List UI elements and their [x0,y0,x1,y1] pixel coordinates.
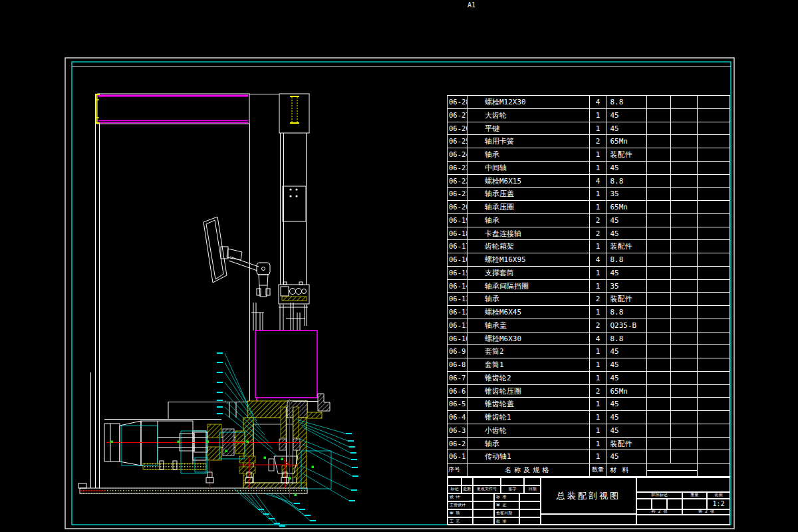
cell-empty [671,424,698,437]
cell-seq: 06-21 [448,188,467,200]
cell-empty [671,358,698,371]
cell-empty [647,280,671,293]
cell-seq: 06-4 [448,411,467,424]
cell-empty [698,240,730,253]
cell-empty [647,398,671,410]
table-row: 06-15支撑套筒145 [448,267,730,280]
cell-seq: 06-16 [448,253,467,266]
title-block-sign_rows-3-left: 工 艺 [448,517,473,526]
cell-name: 螺栓M12X30 [467,96,590,108]
cell-qty: 2 [590,319,607,332]
cell-empty [671,122,698,135]
cell-name: 套筒1 [467,358,590,371]
cell-material: 装配件 [606,148,647,161]
cell-name: 螺栓M16X95 [467,253,590,266]
table-row: 06-2轴承1装配件 [448,438,730,451]
table-row: 06-6锥齿轮压圈265Mn [448,385,730,398]
title-block-revision_row-0: 标记 [448,485,462,493]
cell-empty [647,411,671,424]
cell-qty: 2 [590,227,607,240]
cell-seq: 06-5 [448,398,467,410]
cell-material: 45 [606,109,647,122]
cell-material: 35 [606,188,647,200]
cell-name: 轴承 [467,293,590,305]
cell-empty [647,319,671,332]
cell-empty [647,424,671,437]
cell-empty [671,96,698,108]
table-row: 06-14轴承间隔挡圈135 [448,280,730,293]
cell-empty [647,227,671,240]
cell-qty: 4 [590,253,607,266]
cell-name: 支撑套筒 [467,267,590,279]
cell-qty: 1 [590,267,607,279]
title-block-cell [636,477,730,492]
title-block-sign_rows-3-mid: 批 准 [494,517,519,526]
cell-material: 45 [606,372,647,384]
title-block-sign_rows-2-left: 审 核 [448,509,473,517]
header-seq: 序号 [448,464,467,477]
cell-empty [647,122,671,135]
cell-empty [647,148,671,161]
cell-seq: 06-2 [448,438,467,450]
cell-empty [647,385,671,398]
table-row: 06-12螺栓M6X4518.8 [448,306,730,319]
cell-name: 套筒2 [467,345,590,358]
table-row: 06-1传动轴1145 [448,450,730,464]
cell-qty: 2 [590,293,607,305]
cell-empty [647,293,671,305]
cell-seq: 06-24 [448,148,467,161]
cell-qty: 1 [590,148,607,161]
cell-empty [698,293,730,305]
cell-seq: 06-11 [448,319,467,332]
cell-empty [671,450,698,463]
table-row: 06-24轴承1装配件 [448,148,730,162]
cell-seq: 06-6 [448,385,467,398]
cell-seq: 06-17 [448,240,467,253]
cell-empty [698,253,730,266]
cell-name: 传动轴1 [467,450,590,463]
cell-material: 装配件 [606,240,647,253]
cell-material: 45 [606,345,647,358]
cell-empty [671,175,698,188]
cell-seq: 06-25 [448,135,467,148]
header-name: 名称及规格 [467,464,590,477]
cell-material: 45 [606,267,647,279]
spindle-box-highlight [255,331,317,401]
table-row: 06-18卡盘连接轴245 [448,227,730,241]
cell-empty [647,438,671,450]
title-block: 标记处数更改文件号签字日期设 计标 准主管设计审 定审 核会签日期工 艺批 准总… [447,477,730,525]
cell-empty [698,175,730,188]
cell-material: 45 [606,122,647,135]
title-block-cell [519,501,541,509]
cell-empty [671,385,698,398]
table-row: 06-11轴承盖2Q235-B [448,319,730,332]
table-row: 06-28螺栓M12X3048.8 [448,96,730,109]
cell-qty: 2 [590,135,607,148]
cell-empty [698,345,730,358]
cell-empty [647,358,671,371]
cell-empty [647,240,671,253]
slide-column [279,94,309,285]
title-block-cell [636,499,652,509]
cell-name: 轴承 [467,214,590,227]
cell-seq: 06-27 [448,109,467,122]
cell-empty [698,319,730,332]
title-block-scale_value: 1:2 [707,499,730,509]
cad-canvas[interactable]: A1 [0,0,798,532]
title-block-cell [519,509,541,517]
title-block-cell [473,509,494,517]
cell-seq: 06-18 [448,227,467,240]
table-header-row: 序号名称及规格数量材 料 [448,464,730,477]
cell-empty [671,162,698,174]
table-row: 06-3小齿轮145 [448,424,730,438]
title-block-cell [652,499,667,509]
cell-name: 轴承压盖 [467,188,590,200]
cell-empty [647,372,671,384]
cell-empty [647,267,671,279]
cell-qty: 2 [590,385,607,398]
table-row: 06-7锥齿轮2145 [448,372,730,385]
cell-empty [698,201,730,213]
title-block-title: 总装配剖视图 [541,477,636,515]
parts-list-table: 06-28螺栓M12X3048.806-27大齿轮14506-26平键14506… [447,95,730,477]
cell-empty [698,267,730,279]
